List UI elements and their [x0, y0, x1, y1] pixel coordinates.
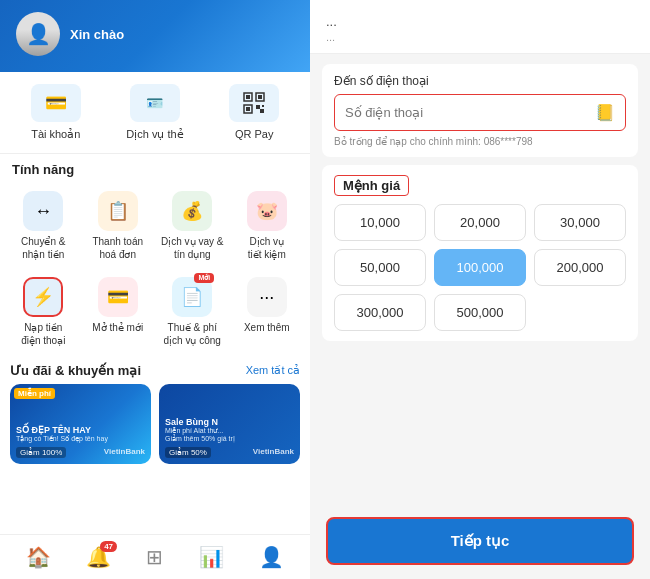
- features-grid: ↔ Chuyển & nhận tiền 📋 Thanh toánhoá đơn…: [0, 181, 310, 357]
- feature-savings[interactable]: 🐷 Dịch vụtiết kiệm: [232, 185, 303, 267]
- account-icon: 💳: [31, 84, 81, 122]
- features-title: Tính năng: [0, 154, 310, 181]
- phone-input[interactable]: [345, 105, 595, 120]
- bank-label-1: VietinBank: [104, 447, 145, 456]
- notification-badge: 47: [100, 541, 117, 552]
- svg-rect-5: [246, 107, 250, 111]
- account-label: Tài khoản: [31, 128, 80, 141]
- bill-label: Thanh toánhoá đơn: [92, 235, 143, 261]
- promo-card-1[interactable]: Miễn phí SỐ ĐẸP TÊN HAY Tặng có Tiền! Số…: [10, 384, 151, 464]
- promo-text-1: SỐ ĐẸP TÊN HAY: [16, 425, 145, 435]
- nav-home[interactable]: 🏠: [26, 545, 51, 569]
- topup-icon: ⚡: [23, 277, 63, 317]
- feature-loan[interactable]: 💰 Dịch vụ vay &tín dụng: [157, 185, 228, 267]
- bank-label-2: VietinBank: [253, 447, 294, 456]
- card-service-icon: 🪪: [130, 84, 180, 122]
- promo-discount-2: Giảm 50%: [165, 447, 211, 458]
- user-icon: 👤: [259, 545, 284, 569]
- phone-form-section: Đến số điện thoại 📒 Bỏ trống để nạp cho …: [322, 64, 638, 157]
- qr-icon: [229, 84, 279, 122]
- more-icon: ···: [247, 277, 287, 317]
- feature-topup[interactable]: ⚡ Nạp tiềnđiện thoại: [8, 271, 79, 353]
- savings-label: Dịch vụtiết kiệm: [248, 235, 286, 261]
- promo-title: Ưu đãi & khuyến mại: [10, 363, 141, 378]
- nav-bell[interactable]: 🔔 47: [86, 545, 111, 569]
- denom-30000[interactable]: 30,000: [534, 204, 626, 241]
- left-panel: 👤 Xin chào 💳 Tài khoản 🪪 Dịch vụ thẻ: [0, 0, 310, 579]
- chart-icon: 📊: [199, 545, 224, 569]
- savings-icon: 🐷: [247, 191, 287, 231]
- feature-transfer[interactable]: ↔ Chuyển & nhận tiền: [8, 185, 79, 267]
- qr-label: QR Pay: [235, 128, 274, 140]
- avatar: 👤: [16, 12, 60, 56]
- tax-label: Thuế & phídịch vụ công: [164, 321, 221, 347]
- right-header: ... ...: [310, 0, 650, 54]
- grid-icon: ⊞: [146, 545, 163, 569]
- svg-rect-3: [258, 95, 262, 99]
- promo-card-2[interactable]: Sale Bùng N Miễn phí Alat thư... Giảm th…: [159, 384, 300, 464]
- feature-newcard[interactable]: 💳 Mở thẻ mới: [83, 271, 154, 353]
- denomination-label: Mệnh giá: [334, 175, 409, 196]
- phone-input-wrapper: 📒: [334, 94, 626, 131]
- feature-more[interactable]: ··· Xem thêm: [232, 271, 303, 353]
- denom-20000[interactable]: 20,000: [434, 204, 526, 241]
- quick-action-card[interactable]: 🪪 Dịch vụ thẻ: [126, 84, 183, 141]
- denom-10000[interactable]: 10,000: [334, 204, 426, 241]
- header-text: Xin chào: [70, 27, 124, 42]
- newcard-label: Mở thẻ mới: [92, 321, 143, 334]
- more-label: Xem thêm: [244, 321, 290, 334]
- new-badge: Mới: [194, 273, 214, 283]
- right-title: ...: [326, 14, 634, 29]
- nav-grid[interactable]: ⊞: [146, 545, 163, 569]
- header-title: Xin chào: [70, 27, 124, 42]
- transfer-label: Chuyển & nhận tiền: [10, 235, 77, 261]
- denomination-section: Mệnh giá 10,000 20,000 30,000 50,000 100…: [322, 165, 638, 341]
- tax-icon: 📄 Mới: [172, 277, 212, 317]
- nav-user[interactable]: 👤: [259, 545, 284, 569]
- top-header: 👤 Xin chào: [0, 0, 310, 72]
- promo-extra-2: Giảm thêm 50% giá trị: [165, 435, 294, 443]
- phone-hint: Bỏ trống để nạp cho chính mình: 086****7…: [334, 136, 626, 147]
- quick-action-qr[interactable]: QR Pay: [229, 84, 279, 141]
- svg-rect-1: [246, 95, 250, 99]
- feature-tax[interactable]: 📄 Mới Thuế & phídịch vụ công: [157, 271, 228, 353]
- card-service-label: Dịch vụ thẻ: [126, 128, 183, 141]
- quick-action-account[interactable]: 💳 Tài khoản: [31, 84, 81, 141]
- denom-500000[interactable]: 500,000: [434, 294, 526, 331]
- home-icon: 🏠: [26, 545, 51, 569]
- transfer-icon: ↔: [23, 191, 63, 231]
- denom-50000[interactable]: 50,000: [334, 249, 426, 286]
- phone-form-label: Đến số điện thoại: [334, 74, 626, 88]
- promo-link[interactable]: Xem tất cả: [246, 364, 300, 377]
- loan-label: Dịch vụ vay &tín dụng: [161, 235, 223, 261]
- svg-rect-7: [262, 105, 264, 107]
- right-subtitle: ...: [326, 31, 634, 43]
- feature-bill[interactable]: 📋 Thanh toánhoá đơn: [83, 185, 154, 267]
- promo-header: Ưu đãi & khuyến mại Xem tất cả: [10, 363, 300, 378]
- denom-100000[interactable]: 100,000: [434, 249, 526, 286]
- svg-rect-8: [260, 109, 264, 113]
- loan-icon: 💰: [172, 191, 212, 231]
- svg-rect-6: [256, 105, 260, 109]
- bill-icon: 📋: [98, 191, 138, 231]
- topup-label: Nạp tiềnđiện thoại: [21, 321, 65, 347]
- promo-discount-1: Giảm 100%: [16, 447, 66, 458]
- avatar-image: 👤: [16, 12, 60, 56]
- promo-badge-1: Miễn phí: [14, 388, 55, 399]
- quick-actions: 💳 Tài khoản 🪪 Dịch vụ thẻ: [0, 72, 310, 154]
- continue-section: Tiếp tục: [310, 503, 650, 579]
- continue-button[interactable]: Tiếp tục: [326, 517, 634, 565]
- promo-text-2: Sale Bùng N: [165, 417, 294, 427]
- promo-cards: Miễn phí SỐ ĐẸP TÊN HAY Tặng có Tiền! Số…: [10, 384, 300, 464]
- bottom-nav: 🏠 🔔 47 ⊞ 📊 👤: [0, 534, 310, 579]
- denom-300000[interactable]: 300,000: [334, 294, 426, 331]
- nav-chart[interactable]: 📊: [199, 545, 224, 569]
- promo-small-2: Miễn phí Alat thư...: [165, 427, 294, 435]
- denomination-grid: 10,000 20,000 30,000 50,000 100,000 200,…: [334, 204, 626, 331]
- contact-book-icon[interactable]: 📒: [595, 103, 615, 122]
- promo-small-1: Tặng có Tiền! Số đẹp tên hay: [16, 435, 145, 443]
- right-panel: ... ... Đến số điện thoại 📒 Bỏ trống để …: [310, 0, 650, 579]
- denom-200000[interactable]: 200,000: [534, 249, 626, 286]
- promo-section: Ưu đãi & khuyến mại Xem tất cả Miễn phí …: [0, 357, 310, 470]
- newcard-icon: 💳: [98, 277, 138, 317]
